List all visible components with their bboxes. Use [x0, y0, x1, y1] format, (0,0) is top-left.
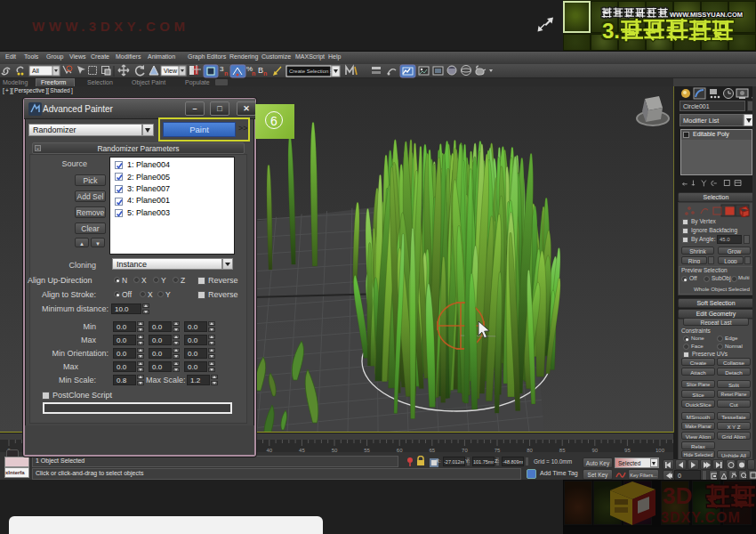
svg-text:All: All — [32, 68, 39, 74]
svg-text:n: n — [263, 70, 267, 77]
svg-text:Create Selection Se: Create Selection Se — [289, 69, 337, 74]
svg-text:n: n — [252, 70, 255, 77]
svg-text:n: n — [224, 70, 228, 77]
svg-text:View: View — [164, 68, 178, 74]
